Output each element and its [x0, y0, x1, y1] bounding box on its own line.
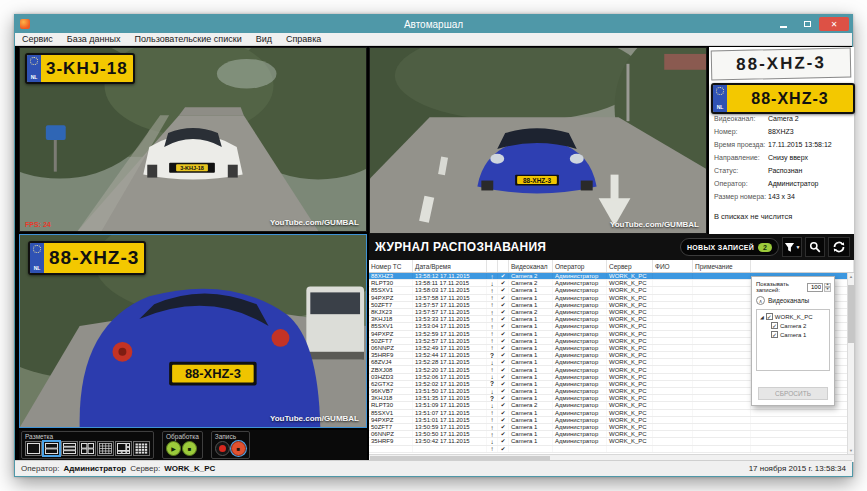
layout-single-button[interactable]: [25, 441, 42, 456]
filler-cell: [751, 438, 854, 444]
search-button[interactable]: [805, 237, 825, 257]
stepper-down-icon[interactable]: ▼: [824, 287, 831, 292]
minimize-button[interactable]: [771, 17, 795, 31]
reset-button[interactable]: СБРОСИТЬ: [758, 387, 828, 400]
note-cell: [693, 331, 751, 337]
server-cell: WORK_K_PC: [607, 417, 653, 423]
operator-cell: Администратор: [553, 424, 607, 430]
column-header-operator[interactable]: Оператор: [553, 260, 607, 272]
datetime-cell: 13:51:01 17.11.2015: [413, 417, 487, 423]
server-label: Сервер:: [130, 464, 160, 473]
video-pane-camera1[interactable]: 3-KHJ-18 NL 3-KHJ-18 FPS: 24 YouTube.com…: [19, 47, 367, 232]
field-value: 17.11.2015 13:58:12: [768, 141, 832, 148]
start-record-button[interactable]: [215, 441, 230, 456]
fio-cell: [653, 338, 693, 344]
stop-record-button[interactable]: ■: [231, 441, 246, 456]
scrollbar-thumb[interactable]: [848, 285, 854, 343]
direction-icon: ↓: [487, 402, 498, 408]
recognition-panel: 88-XHZ-3 NL 88-XHZ-3 Видеоканал:Camera 2…: [709, 47, 854, 234]
datetime-cell: 13:53:33 17.11.2015: [413, 316, 487, 322]
check-icon: ✔: [498, 402, 509, 408]
menu-help[interactable]: Справка: [279, 33, 328, 45]
record-group: Запись ■: [211, 431, 250, 459]
column-header-datetime[interactable]: Дата/Время: [413, 260, 487, 272]
table-row[interactable]: 35HRF913:50:42 17.11.2015↓✔Camera 1Админ…: [369, 438, 854, 445]
check-icon: ✔: [498, 366, 509, 372]
plate-cell: 8KJX23: [369, 309, 413, 315]
fio-cell: [653, 280, 693, 286]
collapse-section-icon[interactable]: ∧: [756, 296, 765, 305]
table-row[interactable]: ↑✔: [369, 446, 854, 453]
filter-button[interactable]: ▼: [782, 237, 802, 257]
menu-service[interactable]: Сервис: [15, 33, 60, 45]
refresh-button[interactable]: [828, 237, 850, 257]
start-processing-button[interactable]: ▶: [166, 441, 181, 456]
journal-title: ЖУРНАЛ РАСПОЗНАВАНИЯ: [375, 240, 546, 254]
close-button[interactable]: ✕: [819, 17, 849, 31]
table-row[interactable]: 85SXV113:51:07 17.11.2015↑✔Camera 1Админ…: [369, 410, 854, 417]
scroll-down-icon[interactable]: ▼: [848, 448, 854, 453]
direction-icon: ↑: [487, 287, 498, 293]
layout-three-rows-button[interactable]: [61, 441, 78, 456]
table-row[interactable]: 94PXPZ13:51:01 17.11.2015↑✔Camera 1Админ…: [369, 417, 854, 424]
tree-expander-icon[interactable]: ◢: [760, 314, 764, 320]
new-records-button[interactable]: НОВЫХ ЗАПИСЕЙ 2: [680, 238, 779, 256]
column-header-note[interactable]: Примечание: [693, 260, 751, 272]
note-cell: [693, 366, 751, 372]
table-row[interactable]: 06NNPZ13:50:50 17.11.2015↑✔Camera 1Админ…: [369, 431, 854, 438]
layout-one-plus-small-button[interactable]: [115, 441, 132, 456]
menu-user-lists[interactable]: Пользовательские списки: [127, 33, 248, 45]
menu-bar: Сервис База данных Пользовательские спис…: [15, 33, 852, 46]
video-pane-camera2[interactable]: 88-XHZ-3 NL 88-XHZ-3 YouTube.com/GUMBAL: [19, 234, 367, 428]
column-header-direction[interactable]: [487, 260, 498, 272]
direction-icon: ↑: [487, 295, 498, 301]
layout-4x4-button[interactable]: [97, 441, 114, 456]
channel-cell: Camera 1: [509, 345, 553, 351]
fio-cell: [653, 287, 693, 293]
video-pane-main[interactable]: 88-XHZ-3 YouTube.com/GUMBAL: [369, 47, 707, 234]
field-label: Видеоканал:: [714, 115, 768, 122]
menu-view[interactable]: Вид: [249, 33, 279, 45]
record-icon: [219, 445, 226, 452]
note-cell: [693, 280, 751, 286]
operator-cell: Администратор: [553, 309, 607, 315]
filler-cell: [751, 417, 854, 423]
note-cell: [693, 374, 751, 380]
tree-node-server[interactable]: ◢ ✓ WORK_K_PC: [757, 312, 829, 321]
plate-cell: 94PXPZ: [369, 331, 413, 337]
layout-dense-grid-button[interactable]: [133, 441, 150, 456]
stop-processing-button[interactable]: ■: [182, 441, 197, 456]
checkbox-camera2[interactable]: ✓: [771, 322, 778, 329]
plate-number: 88-XHZ-3: [44, 243, 144, 273]
vertical-scrollbar[interactable]: ▲ ▼: [847, 273, 854, 454]
plate-cell: 62GTX2: [369, 381, 413, 387]
chevron-down-icon: ▼: [796, 244, 801, 250]
column-header-fio[interactable]: ФИО: [653, 260, 693, 272]
checkbox-camera1[interactable]: ✓: [771, 331, 778, 338]
scroll-up-icon[interactable]: ▲: [848, 274, 854, 279]
checkbox-server[interactable]: ✓: [766, 313, 773, 320]
column-header-plate[interactable]: Номер ТС: [369, 260, 413, 272]
menu-database[interactable]: База данных: [60, 33, 128, 45]
field-row: Размер номера:143 x 34: [714, 193, 852, 200]
field-row: Статус:Распознан: [714, 167, 852, 174]
tree-node-camera1[interactable]: ✓ Camera 1: [757, 330, 829, 339]
column-header-check[interactable]: [498, 260, 509, 272]
operator-cell: Администратор: [553, 381, 607, 387]
layout-two-rows-button[interactable]: [43, 441, 60, 456]
tree-node-camera2[interactable]: ✓ Camera 2: [757, 321, 829, 330]
layout-2x2-button[interactable]: [79, 441, 96, 456]
table-row[interactable]: 50ZFT713:50:59 17.11.2015↑✔Camera 1Админ…: [369, 424, 854, 431]
maximize-button[interactable]: [795, 17, 819, 31]
column-header-server[interactable]: Сервер: [607, 260, 653, 272]
plate-cell: 85SXV1: [369, 410, 413, 416]
note-cell: [693, 446, 751, 452]
show-records-input[interactable]: [807, 283, 823, 292]
field-value: Администратор: [768, 180, 819, 187]
direction-icon: ↑: [487, 366, 498, 372]
plate-cell: ZBXJ08: [369, 366, 413, 372]
journal-header: ЖУРНАЛ РАСПОЗНАВАНИЯ НОВЫХ ЗАПИСЕЙ 2 ▼: [369, 234, 854, 260]
datetime-cell: 13:52:59 17.11.2015: [413, 331, 487, 337]
column-header-channel[interactable]: Видеоканал: [509, 260, 553, 272]
direction-icon: ?: [487, 381, 498, 387]
